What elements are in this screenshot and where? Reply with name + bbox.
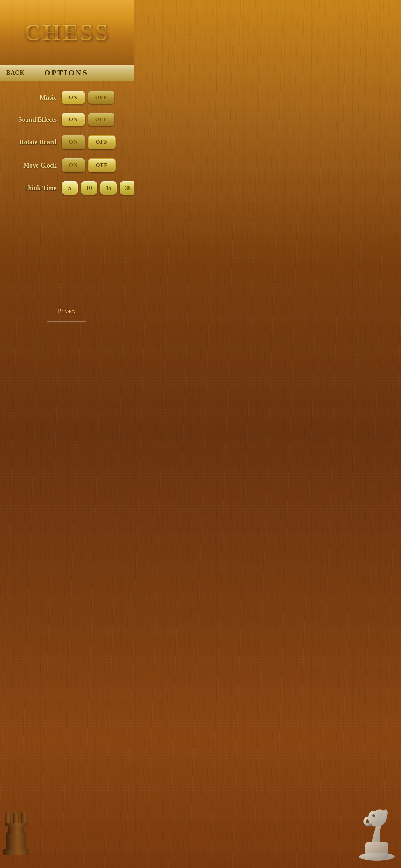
move-clock-on-button[interactable]: ON <box>62 158 85 173</box>
music-label: Music <box>6 94 57 101</box>
move-clock-toggle-group: ON OFF <box>62 158 116 173</box>
rotate-board-option-row: Rotate Board ON OFF <box>6 135 127 149</box>
music-on-button[interactable]: ON <box>62 91 85 104</box>
think-time-15-button[interactable]: 15 <box>100 182 117 195</box>
think-time-button-group: 5 10 15 30 <box>62 182 134 195</box>
sound-effects-on-button[interactable]: ON <box>62 113 85 126</box>
music-toggle-group: ON OFF <box>62 91 114 104</box>
think-time-5-button[interactable]: 5 <box>62 182 78 195</box>
rotate-board-off-button[interactable]: OFF <box>88 135 116 149</box>
think-time-option-row: Think Time 5 10 15 30 <box>6 182 127 195</box>
think-time-label: Think Time <box>6 184 57 192</box>
privacy-link[interactable]: Privacy <box>52 301 82 321</box>
back-button[interactable]: BACK <box>6 69 25 76</box>
rotate-board-toggle-group: ON OFF <box>62 135 116 149</box>
nav-bar: BACK OPTIONS <box>0 65 134 82</box>
sound-effects-off-button[interactable]: OFF <box>88 113 114 126</box>
music-off-button[interactable]: OFF <box>88 91 114 104</box>
page-title: OPTIONS <box>25 68 108 77</box>
header-area: CHESS <box>0 0 134 65</box>
think-time-10-button[interactable]: 10 <box>81 182 97 195</box>
sound-effects-option-row: Sound Effects ON OFF <box>6 113 127 126</box>
move-clock-off-button[interactable]: OFF <box>88 158 116 173</box>
options-panel: Music ON OFF Sound Effects ON OFF Rotate… <box>0 82 134 205</box>
sound-effects-toggle-group: ON OFF <box>62 113 114 126</box>
think-time-30-button[interactable]: 30 <box>120 182 134 195</box>
music-option-row: Music ON OFF <box>6 91 127 104</box>
move-clock-option-row: Move Clock ON OFF <box>6 158 127 173</box>
home-indicator <box>48 321 86 322</box>
sound-effects-label: Sound Effects <box>6 116 57 123</box>
rotate-board-label: Rotate Board <box>6 138 57 146</box>
app-title: CHESS <box>24 19 110 46</box>
rotate-board-on-button[interactable]: ON <box>62 135 85 149</box>
move-clock-label: Move Clock <box>6 162 57 169</box>
